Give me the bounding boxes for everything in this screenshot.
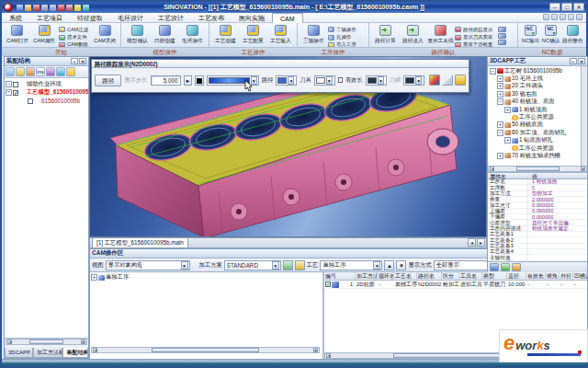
save-icon[interactable] (33, 5, 40, 11)
process-create-button[interactable]: 工艺创建 (211, 24, 239, 48)
undo-icon[interactable] (41, 5, 48, 11)
tree-toggle-icon[interactable]: + (497, 75, 503, 82)
tree-toggle-icon[interactable]: + (504, 107, 511, 113)
highlight-icon[interactable] (74, 5, 81, 11)
pin-icon[interactable] (576, 14, 582, 20)
tree-toggle-icon[interactable]: − (6, 81, 12, 87)
tree-toggle-icon[interactable]: + (497, 83, 503, 89)
left-tree-hscrollbar[interactable]: ◄► (6, 339, 87, 345)
close-panel-icon[interactable]: ✕ (79, 58, 86, 64)
pin-panel-icon[interactable]: ▪ (71, 58, 78, 64)
menu-item[interactable]: 系统 (2, 13, 29, 23)
move-down-icon[interactable]: ▼ (396, 260, 406, 270)
tree-toggle-icon[interactable]: + (497, 121, 503, 128)
palette-icon[interactable] (66, 67, 75, 76)
save-tree-icon[interactable] (6, 67, 15, 76)
nc-confirm-button[interactable]: NC确认 (541, 24, 562, 48)
column-header[interactable]: 类型 (482, 272, 507, 280)
nc-output-button[interactable]: NC输出 (520, 24, 541, 48)
plan-dropdown[interactable]: STANDARD▼ (224, 260, 281, 270)
process-input-button[interactable]: 工艺输入 (266, 24, 294, 48)
pin-panel-icon[interactable]: ▪ (570, 58, 577, 64)
eraser-icon[interactable] (56, 67, 65, 76)
column-header[interactable]: 路径名 (417, 272, 442, 280)
column-header[interactable]: 凹槽直径 (573, 272, 587, 280)
path-read-button[interactable]: 路径读入 (399, 24, 426, 48)
tree-toggle-icon[interactable]: − (490, 68, 496, 75)
tab-scroll-right-icon[interactable]: ► (477, 238, 485, 247)
move-up-icon[interactable]: ▲ (384, 260, 394, 270)
path-tool-icon-2[interactable] (498, 33, 506, 39)
path-tool-icon-3[interactable] (498, 40, 506, 45)
path-calc-button[interactable]: 路径计算 (371, 24, 399, 48)
path-trace-dialog[interactable]: 路径跟踪显示(N2D0002) 路径 显示步长 5.000 ► ▼ 路径 ▼ 刀… (91, 59, 469, 93)
column-header[interactable]: 编号 (324, 272, 356, 280)
close-panel-icon[interactable]: ✕ (578, 58, 585, 64)
path-trace-display-button[interactable]: 路径跟踪显示 (455, 26, 496, 33)
menu-item[interactable]: CAM (272, 13, 303, 23)
cam-open-button[interactable]: CAM打开 (4, 24, 31, 48)
column-header[interactable]: 工具名 (459, 272, 482, 280)
column-header[interactable]: 循环名 (378, 272, 394, 280)
view-dropdown[interactable]: 显示对象构造▼ (106, 260, 190, 270)
minimize-button[interactable]: ─ (549, 3, 560, 11)
process-tree-vscrollbar[interactable] (581, 66, 587, 166)
tree-toggle-icon[interactable]: + (497, 91, 503, 98)
chevron-down-icon[interactable]: ▼ (272, 261, 279, 270)
blank-operation-button[interactable]: 毛坯操作 (178, 24, 206, 48)
simulate-icon[interactable] (429, 75, 440, 86)
tree-toggle-icon[interactable]: + (497, 153, 503, 159)
column-header[interactable]: 区分 (442, 272, 459, 280)
three-axis-button[interactable]: 三轴操作 (300, 24, 327, 48)
process-tree-hscrollbar[interactable]: ◄► (488, 166, 587, 172)
tree-checkbox[interactable] (13, 82, 18, 87)
tree-item[interactable]: 61560010095b (5, 97, 88, 105)
show-toolline-button[interactable]: 显示工具线 (426, 24, 454, 48)
minimize-ribbon-icon[interactable] (568, 14, 574, 20)
open-icon[interactable] (25, 5, 31, 11)
menu-item[interactable]: 毛坯设计 (110, 13, 151, 23)
tree-toggle-icon[interactable]: − (6, 89, 12, 96)
tab-scroll-left-icon[interactable]: ◄ (468, 238, 476, 247)
column-header[interactable]: 加工方法 (356, 272, 378, 280)
tree-item[interactable]: − 工艺模型_61560010095b (5, 88, 88, 97)
path-color-dropdown[interactable]: ▼ (276, 75, 297, 86)
path-merge-button[interactable]: 路径整合 (561, 24, 584, 48)
tree-toggle-icon[interactable]: − (497, 98, 503, 105)
chevron-down-icon[interactable]: ▼ (415, 76, 422, 85)
up-arrow-icon[interactable] (512, 263, 521, 271)
props-name-header[interactable]: 属性名 (488, 173, 530, 178)
sort-icon[interactable] (26, 67, 35, 76)
process-tree-item[interactable]: + 70 粗铣主轴承挡槽 (489, 152, 580, 159)
step-forward-button[interactable]: ► (184, 75, 193, 86)
tree-checkbox[interactable] (13, 90, 18, 96)
cam-close-button[interactable]: CAM关闭 (91, 24, 119, 48)
column-header[interactable]: 外径 (560, 272, 573, 280)
cam-filter-button[interactable]: CAM过滤 (59, 26, 90, 33)
raise-dialog-icon[interactable] (455, 75, 466, 86)
process-dropdown[interactable]: 单独工序▼ (320, 260, 382, 270)
tree-item[interactable]: − 辅助作业环境 (5, 80, 88, 88)
menu-item[interactable]: 特征提取 (70, 13, 110, 23)
info-icon[interactable] (560, 14, 566, 20)
path-button[interactable]: 路径 (95, 75, 121, 86)
grid-view-icon[interactable] (490, 263, 499, 271)
menu-item[interactable]: 工艺项目 (29, 13, 70, 23)
viewport-tab[interactable]: [1] 工艺模型_61560010095b.main (92, 237, 188, 247)
column-header[interactable]: 有效长 (526, 272, 546, 280)
menu-item[interactable]: 工艺设计 (151, 13, 191, 23)
filter-icon[interactable] (16, 67, 25, 76)
cam-list-hscrollbar[interactable]: ◄► (91, 347, 320, 353)
add-plan-icon[interactable] (283, 260, 293, 270)
path-tool-icon-1[interactable] (498, 27, 506, 32)
tree-toggle-icon[interactable]: + (504, 137, 511, 144)
delete-icon[interactable] (58, 5, 64, 11)
tab-assembly-structure[interactable]: 装配结构 (62, 348, 88, 358)
cam-properties-button[interactable]: CAM属性 (31, 24, 59, 48)
step-value-field[interactable]: 5.000 (151, 75, 181, 86)
menu-item[interactable]: 工艺发布 (191, 13, 232, 23)
column-header[interactable]: 工艺名 (394, 272, 417, 280)
chevron-down-icon[interactable]: ▼ (378, 76, 384, 85)
edit-plan-icon[interactable] (295, 260, 305, 270)
help-icon[interactable] (543, 14, 549, 20)
